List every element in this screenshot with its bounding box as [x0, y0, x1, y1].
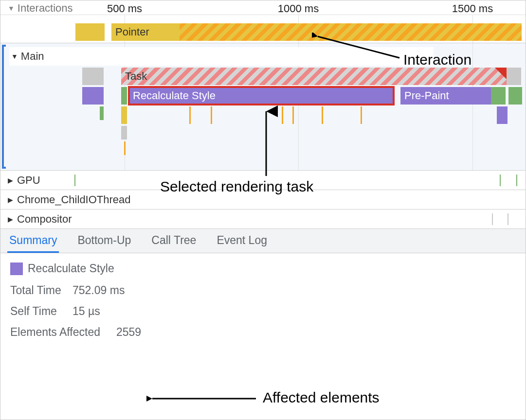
marker-gray[interactable] [121, 126, 127, 140]
gpu-marker [500, 175, 501, 186]
marker[interactable] [282, 106, 283, 124]
gpu-label: GPU [17, 174, 40, 187]
compositor-track-header[interactable]: ▶ Compositor [0, 210, 526, 229]
summary-title: Recalculate Style [28, 262, 114, 275]
gpu-marker [516, 175, 517, 186]
summary-panel: Recalculate Style Total Time 752.09 ms S… [0, 253, 526, 355]
long-task-warning-icon [495, 68, 507, 79]
ruler-tick-500: 500 ms [107, 2, 142, 15]
marker-green[interactable] [100, 106, 104, 120]
main-track: ▼ Main Task Recalculate Style Pre-Paint [0, 43, 526, 171]
marker[interactable] [322, 106, 323, 124]
task-label: Task [125, 70, 147, 83]
chevron-right-icon: ▶ [8, 176, 13, 184]
marker[interactable] [124, 141, 126, 155]
ruler-tick-1500: 1500 ms [452, 2, 493, 15]
pointer-label: Pointer [115, 26, 149, 38]
recalculate-style-bar[interactable]: Recalculate Style [129, 87, 394, 105]
chevron-down-icon: ▼ [11, 52, 18, 60]
prepaint-label: Pre-Paint [404, 89, 449, 102]
task-bar-end[interactable] [507, 68, 521, 85]
gpu-marker [74, 175, 75, 186]
task-bar-long[interactable]: Task [121, 68, 507, 85]
green-bar-3[interactable] [508, 87, 522, 105]
annotation-affected: Affected elements [263, 389, 380, 406]
interaction-long-tail[interactable] [180, 23, 522, 41]
chevron-right-icon: ▶ [8, 215, 13, 223]
pointer-interaction[interactable]: Pointer [111, 23, 180, 41]
details-tabs: Summary Bottom-Up Call Tree Event Log [0, 229, 526, 253]
elements-affected-value: 2559 [116, 326, 141, 339]
green-bar-2[interactable] [491, 87, 506, 105]
total-time-label: Total Time [10, 284, 64, 297]
tab-bottom-up[interactable]: Bottom-Up [75, 229, 133, 253]
purple-bar-small[interactable] [82, 87, 104, 105]
interactions-track-header[interactable]: ▼ Interactions [8, 2, 73, 15]
gpu-track-header[interactable]: ▶ GPU [0, 171, 526, 190]
tab-summary[interactable]: Summary [7, 229, 59, 253]
main-label: Main [21, 50, 44, 63]
compositor-marker [492, 213, 493, 225]
chevron-right-icon: ▶ [8, 196, 13, 204]
chevron-down-icon: ▼ [8, 4, 15, 12]
timeline-ruler: ▼ Interactions 500 ms 1000 ms 1500 ms [0, 0, 526, 15]
interaction-segment[interactable] [75, 23, 105, 41]
event-color-swatch [10, 262, 23, 275]
marker-yellow[interactable] [121, 106, 127, 124]
main-track-header[interactable]: ▼ Main [9, 47, 434, 66]
self-time-label: Self Time [10, 305, 64, 318]
purple-marker[interactable] [497, 106, 508, 124]
compositor-marker [508, 213, 508, 225]
childio-track-header[interactable]: ▶ Chrome_ChildIOThread [0, 190, 526, 210]
marker[interactable] [292, 106, 294, 124]
interactions-track: Pointer [0, 15, 526, 43]
task-bar-small[interactable] [82, 68, 104, 85]
childio-label: Chrome_ChildIOThread [17, 193, 131, 206]
pre-paint-bar[interactable]: Pre-Paint [400, 87, 491, 105]
recalc-label: Recalculate Style [133, 89, 216, 102]
tab-call-tree[interactable]: Call Tree [149, 229, 198, 253]
total-time-value: 752.09 ms [73, 284, 125, 297]
tab-event-log[interactable]: Event Log [215, 229, 269, 253]
elements-affected-label: Elements Affected [10, 326, 108, 339]
self-time-value: 15 µs [73, 305, 100, 318]
compositor-label: Compositor [17, 213, 72, 226]
marker[interactable] [211, 106, 212, 124]
green-bar[interactable] [121, 87, 127, 105]
interactions-label: Interactions [18, 2, 73, 15]
marker[interactable] [189, 106, 191, 124]
ruler-tick-1000: 1000 ms [278, 2, 319, 15]
marker[interactable] [361, 106, 362, 124]
